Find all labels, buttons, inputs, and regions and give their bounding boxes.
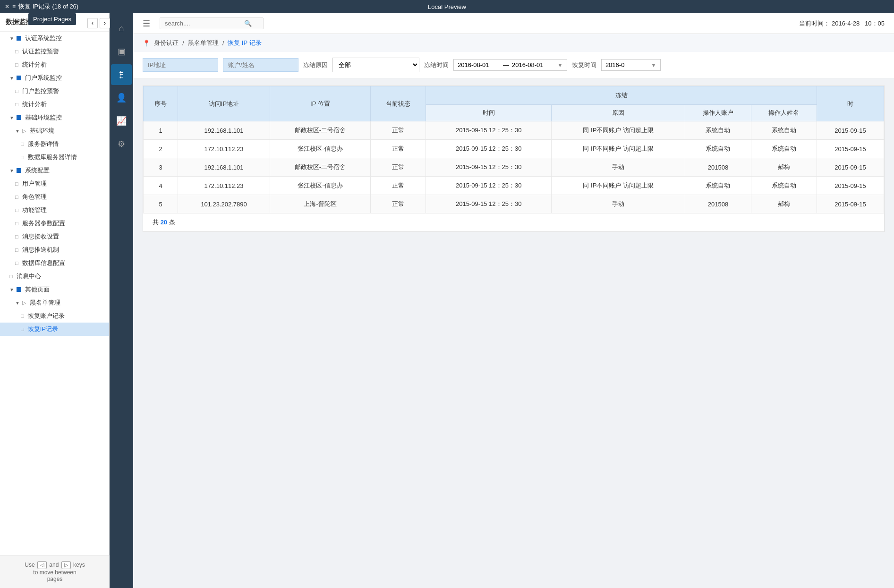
sidebar-item-msg-center[interactable]: □ 消息中心 [0, 270, 109, 283]
cell-seq: 5 [144, 195, 178, 213]
sidebar-item-recover-account[interactable]: □ 恢复账户记录 [0, 309, 109, 323]
cell-freeze-op-name: 系统自动 [751, 140, 817, 158]
ip-filter-input[interactable] [143, 58, 218, 72]
sidebar-icon-settings[interactable]: ⚙ [111, 134, 132, 154]
cell-freeze-time: 2015-09-15 12：25：30 [426, 177, 552, 195]
cell-freeze-reason: 手动 [552, 158, 685, 177]
search-bar: 🔍 [160, 17, 264, 29]
recover-date[interactable] [605, 61, 648, 68]
sidebar-item-db-config[interactable]: □ 数据库信息配置 [0, 256, 109, 270]
tree-item-label: 角色管理 [22, 193, 47, 201]
table-row[interactable]: 1 192.168.1.101 邮政校区-二号宿舍 正常 2015-09-15 … [144, 121, 884, 140]
cell-location: 张江校区-信息办 [270, 177, 370, 195]
col-freeze-op-account: 操作人账户 [685, 105, 751, 121]
cell-seq: 2 [144, 140, 178, 158]
tree-item-label: 认证监控预警 [22, 47, 59, 56]
sidebar-item-server-detail[interactable]: □ 服务器详情 [0, 137, 109, 151]
freeze-time-label: 冻结时间 [424, 61, 449, 69]
cell-seq: 4 [144, 177, 178, 195]
table-row[interactable]: 5 101.23.202.7890 上海-普陀区 正常 2015-09-15 1… [144, 195, 884, 213]
sidebar-icon-monitor[interactable]: ▣ [111, 41, 132, 62]
cell-recover-col: 2015-09-15 [817, 195, 884, 213]
search-input[interactable] [165, 20, 240, 27]
cell-freeze-time: 2015-09-15 12：25：30 [426, 195, 552, 213]
col-freeze-group: 冻结 [426, 86, 817, 105]
cell-freeze-time: 2015-09-15 12：25：30 [426, 158, 552, 177]
breadcrumb-item-1[interactable]: 黑名单管理 [188, 39, 219, 47]
sidebar-item-infra-env[interactable]: ▼ ▷ 基础环境 [0, 124, 109, 137]
tree-folder-icon: ▷ [22, 128, 26, 134]
prev-arrow[interactable]: ‹ [87, 18, 98, 28]
to-move-text: to move between [33, 569, 76, 576]
sidebar-item-role-mgmt[interactable]: □ 角色管理 [0, 190, 109, 204]
recover-calendar-icon: ▼ [651, 62, 656, 68]
sidebar-nav-arrows: ‹ › [87, 18, 110, 28]
sidebar-icon-home[interactable]: ⌂ [111, 18, 132, 39]
cell-location: 张江校区-信息办 [270, 140, 370, 158]
sidebar-item-blacklist-mgmt[interactable]: ▼ ▷ 黑名单管理 [0, 296, 109, 309]
tree-item-label: 其他页面 [25, 285, 50, 294]
search-icon: 🔍 [244, 20, 252, 27]
sidebar-item-msg-push[interactable]: □ 消息推送机制 [0, 243, 109, 256]
data-table: 序号 访问IP地址 IP 位置 当前状态 冻结 时 时间 原因 操作人账户 操作… [143, 86, 884, 213]
sidebar-item-portal-analysis[interactable]: □ 统计分析 [0, 98, 109, 111]
and-text: and [49, 562, 59, 568]
sidebar-item-auth-monitor[interactable]: ▼ 认证系统监控 [0, 32, 109, 45]
freeze-start-date[interactable] [458, 61, 500, 68]
sidebar-icon-finance[interactable]: ₿ [111, 64, 132, 85]
cell-ip: 101.23.202.7890 [178, 195, 270, 213]
col-freeze-reason: 原因 [552, 105, 685, 121]
sidebar-item-infra-monitor[interactable]: ▼ 基础环境监控 [0, 111, 109, 124]
tree-page-icon: □ [15, 207, 18, 213]
table-row[interactable]: 4 172.10.112.23 张江校区-信息办 正常 2015-09-15 1… [144, 177, 884, 195]
cell-ip: 172.10.112.23 [178, 140, 270, 158]
cell-status: 正常 [370, 140, 426, 158]
sidebar-item-recover-ip[interactable]: □ 恢复IP记录 [0, 323, 109, 336]
breadcrumb-item-0[interactable]: 身份认证 [154, 39, 179, 47]
tree-leaf-icon: □ [9, 273, 13, 279]
menu-toggle-icon[interactable]: ☰ [143, 18, 150, 29]
use-text: Use [25, 562, 34, 568]
sidebar-item-msg-receive[interactable]: □ 消息接收设置 [0, 230, 109, 243]
tree-item-label: 功能管理 [22, 206, 47, 214]
sidebar-item-server-params[interactable]: □ 服务器参数配置 [0, 217, 109, 230]
account-filter-input[interactable] [223, 58, 298, 72]
sidebar-item-db-server-detail[interactable]: □ 数据库服务器详情 [0, 151, 109, 164]
sidebar-item-user-mgmt[interactable]: □ 用户管理 [0, 177, 109, 190]
sidebar-item-portal-alert[interactable]: □ 门户监控预警 [0, 85, 109, 98]
tree-item-label: 消息中心 [17, 272, 41, 281]
freeze-reason-select[interactable]: 全部 同IP不同账户 访问超上限 手动 [332, 58, 419, 72]
window-title: 恢复 IP记录 (18 of 26) [18, 2, 78, 11]
col-status: 当前状态 [370, 86, 426, 121]
close-icon[interactable]: ✕ [5, 3, 9, 10]
sidebar-icon-users[interactable]: 👤 [111, 87, 132, 108]
cell-status: 正常 [370, 177, 426, 195]
cell-status: 正常 [370, 121, 426, 140]
tree-color-icon [17, 287, 21, 292]
tree-item-label: 系统配置 [25, 166, 50, 175]
data-table-wrap: 序号 访问IP地址 IP 位置 当前状态 冻结 时 时间 原因 操作人账户 操作… [143, 85, 885, 232]
sidebar-item-auth-alert[interactable]: □ 认证监控预警 [0, 45, 109, 58]
cell-freeze-op-account: 系统自动 [685, 140, 751, 158]
breadcrumb-sep-1: / [222, 40, 224, 47]
table-row[interactable]: 2 172.10.112.23 张江校区-信息办 正常 2015-09-15 1… [144, 140, 884, 158]
sidebar-item-func-mgmt[interactable]: □ 功能管理 [0, 204, 109, 217]
tree-page-icon: □ [15, 260, 18, 266]
next-arrow[interactable]: › [100, 18, 110, 28]
table-row[interactable]: 3 192.168.1.101 邮政校区-二号宿舍 正常 2015-09-15 … [144, 158, 884, 177]
sidebar-item-portal-monitor[interactable]: ▼ 门户系统监控 [0, 71, 109, 85]
tree-page-icon: □ [15, 247, 18, 253]
breadcrumb-icon: 📍 [143, 40, 150, 47]
sidebar-item-auth-analysis[interactable]: □ 统计分析 [0, 58, 109, 71]
menu-icon[interactable]: ≡ [12, 3, 16, 10]
col-seq: 序号 [144, 86, 178, 121]
cell-recover-col: 2015-09-15 [817, 177, 884, 195]
tree-color-icon [17, 115, 21, 120]
date-separator: — [503, 61, 509, 68]
sidebar-item-sys-config[interactable]: ▼ 系统配置 [0, 164, 109, 177]
sidebar-icon-chart[interactable]: 📈 [111, 111, 132, 131]
freeze-end-date[interactable] [512, 61, 554, 68]
filter-bar: 冻结原因 全部 同IP不同账户 访问超上限 手动 冻结时间 — ▼ 恢复时间 ▼ [133, 52, 894, 78]
col-freeze-time: 时间 [426, 105, 552, 121]
sidebar-item-other-pages[interactable]: ▼ 其他页面 [0, 283, 109, 296]
